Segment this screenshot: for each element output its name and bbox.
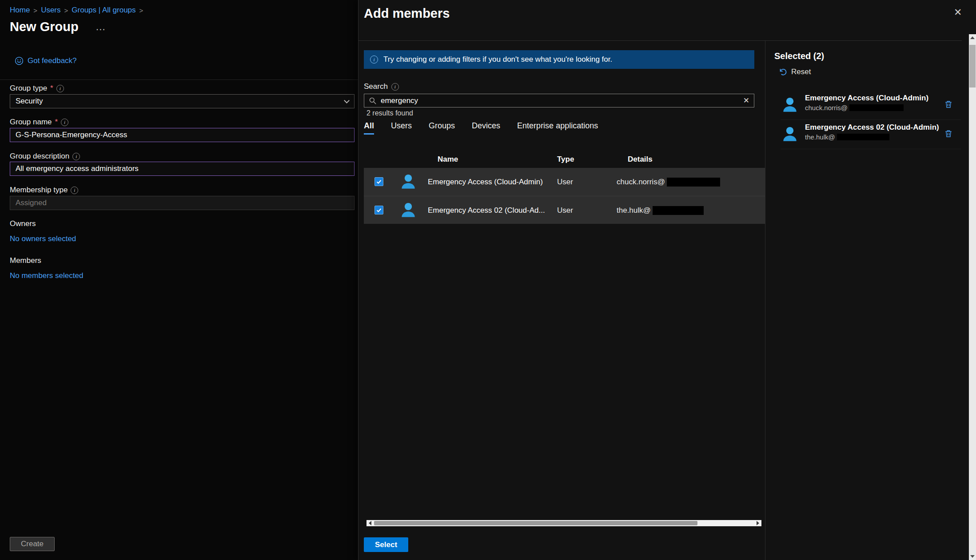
- trash-icon: [944, 129, 953, 138]
- info-icon[interactable]: [71, 187, 78, 194]
- row-details: the.hulk@: [617, 196, 704, 224]
- scroll-right-arrow-icon[interactable]: [754, 520, 761, 526]
- row-checkbox-checked[interactable]: [374, 206, 383, 214]
- horizontal-scrollbar[interactable]: [366, 520, 761, 526]
- check-icon: [376, 207, 382, 213]
- row-details: chuck.norris@: [617, 168, 720, 196]
- vertical-scroll-thumb[interactable]: [969, 45, 976, 87]
- azure-portal-screen: Home > Users > Groups | All groups > New…: [0, 0, 976, 560]
- breadcrumb-all-groups[interactable]: Groups | All groups: [72, 6, 135, 15]
- check-icon: [376, 179, 382, 185]
- group-description-label: Group description: [10, 152, 80, 161]
- tab-enterprise-applications[interactable]: Enterprise applications: [517, 121, 598, 135]
- breadcrumb: Home > Users > Groups | All groups >: [10, 6, 143, 15]
- scroll-down-arrow-icon[interactable]: [969, 553, 976, 560]
- selected-member-details-text: the.hulk@: [805, 133, 835, 141]
- members-label: Members: [10, 256, 41, 265]
- selected-member-item: Emergency Access 02 (Cloud-Admin) the.hu…: [781, 121, 961, 149]
- remove-member-button[interactable]: [944, 129, 953, 140]
- info-banner-text: Try changing or adding filters if you do…: [383, 55, 612, 64]
- reset-button[interactable]: Reset: [779, 68, 811, 76]
- undo-icon: [779, 68, 787, 76]
- breadcrumb-users[interactable]: Users: [41, 6, 60, 15]
- filter-tabs: All Users Groups Devices Enterprise appl…: [364, 121, 598, 135]
- trash-icon: [944, 100, 953, 109]
- row-type: User: [557, 196, 573, 224]
- chevron-down-icon: [344, 98, 350, 103]
- row-name: Emergency Access 02 (Cloud-Ad...: [428, 196, 545, 224]
- group-type-label: Group type*: [10, 84, 64, 93]
- user-avatar-icon: [781, 125, 799, 143]
- user-avatar-icon: [781, 95, 799, 114]
- divider: [0, 79, 358, 80]
- tab-all[interactable]: All: [364, 121, 374, 135]
- user-avatar-icon: [399, 201, 418, 219]
- info-icon: [370, 56, 378, 64]
- scroll-up-arrow-icon[interactable]: [969, 34, 976, 41]
- tab-groups[interactable]: Groups: [429, 121, 455, 135]
- clear-search-icon[interactable]: ✕: [743, 96, 749, 105]
- membership-type-label: Membership type: [10, 186, 78, 195]
- breadcrumb-home[interactable]: Home: [10, 6, 30, 15]
- selected-member-details: chuck.norris@: [805, 104, 904, 111]
- row-details-text: the.hulk@: [617, 206, 651, 215]
- breadcrumb-separator: >: [64, 7, 68, 14]
- new-group-blade: Home > Users > Groups | All groups > New…: [0, 0, 358, 560]
- no-owners-selected-link[interactable]: No owners selected: [10, 234, 76, 243]
- results-count: 2 results found: [366, 109, 413, 117]
- member-row[interactable]: Emergency Access 02 (Cloud-Ad... User th…: [364, 196, 765, 224]
- group-name-label: Group name*: [10, 118, 68, 127]
- divider: [765, 41, 765, 560]
- horizontal-scroll-thumb[interactable]: [374, 521, 697, 525]
- search-icon: [369, 97, 377, 105]
- group-description-input[interactable]: [10, 162, 355, 176]
- search-label-row: Search: [364, 82, 399, 91]
- group-name-label-text: Group name: [10, 118, 52, 127]
- remove-member-button[interactable]: [944, 100, 953, 111]
- search-input[interactable]: [381, 96, 739, 105]
- close-icon[interactable]: ✕: [954, 7, 962, 18]
- member-row[interactable]: Emergency Access (Cloud-Admin) User chuc…: [364, 168, 765, 196]
- column-header-details[interactable]: Details: [628, 155, 653, 164]
- divider: [359, 40, 962, 41]
- column-header-type[interactable]: Type: [557, 155, 574, 164]
- tab-users[interactable]: Users: [391, 121, 412, 135]
- group-type-value: Security: [16, 97, 43, 106]
- redaction-bar: [837, 134, 889, 140]
- required-asterisk: *: [50, 84, 53, 93]
- selected-member-item: Emergency Access (Cloud-Admin) chuck.nor…: [781, 92, 961, 120]
- selected-member-name: Emergency Access (Cloud-Admin): [805, 94, 928, 103]
- scroll-left-arrow-icon[interactable]: [366, 520, 374, 526]
- search-box: ✕: [364, 94, 754, 107]
- panel-title: Add members: [364, 6, 450, 21]
- feedback-link[interactable]: Got feedback?: [15, 56, 77, 65]
- page-title-row: New Group …: [10, 20, 107, 34]
- column-header-name[interactable]: Name: [438, 155, 458, 164]
- create-button[interactable]: Create: [10, 537, 55, 551]
- group-type-dropdown[interactable]: Security: [10, 94, 355, 108]
- select-button[interactable]: Select: [364, 537, 408, 552]
- breadcrumb-separator: >: [139, 7, 143, 14]
- vertical-scrollbar[interactable]: [969, 34, 976, 560]
- row-checkbox-checked[interactable]: [374, 177, 383, 186]
- row-name: Emergency Access (Cloud-Admin): [428, 168, 543, 196]
- info-icon[interactable]: [61, 119, 68, 126]
- no-members-selected-link[interactable]: No members selected: [10, 271, 83, 280]
- info-icon[interactable]: [56, 85, 64, 92]
- membership-type-input: [10, 196, 355, 210]
- row-details-text: chuck.norris@: [617, 178, 665, 187]
- group-type-label-text: Group type: [10, 84, 47, 93]
- info-banner: Try changing or adding filters if you do…: [364, 50, 754, 69]
- selected-member-details-text: chuck.norris@: [805, 104, 848, 111]
- redaction-bar: [667, 178, 720, 187]
- required-asterisk: *: [55, 118, 58, 127]
- info-icon[interactable]: [391, 83, 399, 91]
- breadcrumb-separator: >: [33, 7, 37, 14]
- tab-devices[interactable]: Devices: [472, 121, 500, 135]
- group-name-input[interactable]: [10, 128, 355, 142]
- selected-member-details: the.hulk@: [805, 133, 889, 141]
- add-members-panel: Add members ✕ Try changing or adding fil…: [358, 0, 976, 560]
- selected-member-name: Emergency Access 02 (Cloud-Admin): [805, 123, 939, 132]
- info-icon[interactable]: [72, 153, 80, 160]
- more-menu-button[interactable]: …: [96, 21, 107, 33]
